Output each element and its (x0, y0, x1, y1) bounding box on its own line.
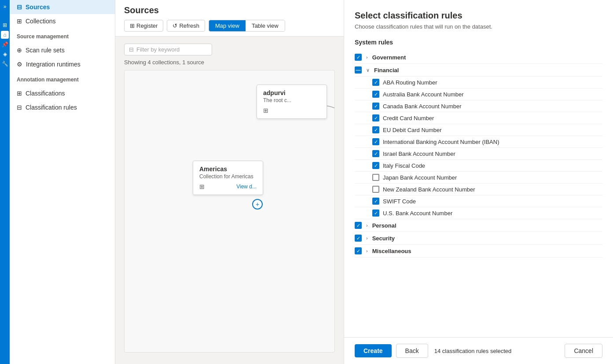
japan-checkbox[interactable] (372, 174, 379, 181)
annotation-management-header: Annotation management (10, 73, 115, 86)
filter-input-container[interactable]: ⊟ Filter by keyword (124, 44, 212, 55)
government-checkbox[interactable]: ✓ (355, 54, 362, 61)
italy-checkbox[interactable]: ✓ (372, 162, 379, 169)
sources-icon: ⊟ (17, 4, 22, 11)
eu-debit-checkbox[interactable]: ✓ (372, 126, 379, 133)
page-header: Sources ⊞ Register ↺ Refresh Map view Ta… (115, 0, 344, 37)
americas-card-footer: ⊞ View d... (199, 183, 257, 190)
canada-checkbox[interactable]: ✓ (372, 103, 379, 110)
scan-icon: ⊕ (17, 47, 22, 54)
table-view-button[interactable]: Table view (246, 20, 285, 31)
swift-row: ✓ SWIFT Code (355, 195, 602, 207)
americas-card: Americas Collection for Americas ⊞ View … (193, 161, 263, 195)
refresh-icon: ↺ (173, 22, 177, 29)
americas-card-subtitle: Collection for Americas (199, 173, 257, 180)
financial-chevron[interactable]: ∨ (365, 67, 371, 73)
refresh-label: Refresh (179, 22, 199, 29)
personal-chevron[interactable]: › (365, 223, 369, 228)
personal-checkbox[interactable]: ✓ (355, 222, 362, 229)
cancel-button[interactable]: Cancel (565, 344, 602, 358)
map-view-button[interactable]: Map view (209, 20, 246, 31)
main-content: Sources ⊞ Register ↺ Refresh Map view Ta… (115, 0, 344, 364)
cube-icon[interactable]: ◈ (1, 50, 9, 58)
us-bank-row: ✓ U.S. Bank Account Number (355, 207, 602, 219)
classifications-icon: ⊞ (17, 90, 22, 97)
miscellaneous-checkbox[interactable]: ✓ (355, 247, 362, 254)
iban-row: ✓ International Banking Account Number (… (355, 136, 602, 148)
government-chevron[interactable]: › (365, 55, 369, 60)
back-button[interactable]: Back (396, 344, 428, 358)
create-button[interactable]: Create (355, 344, 392, 357)
financial-checkbox[interactable]: — (355, 66, 362, 74)
expand-icon[interactable]: » (1, 3, 9, 11)
root-card: adpurvi The root c... ⊞ (257, 85, 327, 119)
root-card-title: adpurvi (263, 89, 320, 96)
financial-label: Financial (374, 67, 399, 74)
register-icon: ⊞ (130, 22, 135, 29)
page-title: Sources (124, 5, 335, 15)
swift-checkbox[interactable]: ✓ (372, 198, 379, 205)
sidebar-item-classifications-label: Classifications (26, 90, 65, 97)
filter-bar: ⊟ Filter by keyword (124, 44, 335, 55)
aba-checkbox[interactable]: ✓ (372, 79, 379, 86)
home-icon[interactable]: ⌂ (1, 31, 9, 39)
grid-icon[interactable]: ⊞ (1, 21, 9, 29)
security-row: ✓ › Security (355, 232, 602, 245)
eu-debit-row: ✓ EU Debit Card Number (355, 124, 602, 136)
pin-icon[interactable]: 📌 (1, 40, 9, 48)
americas-card-title: Americas (199, 165, 257, 173)
sidebar-item-sources[interactable]: ⊟ Sources (10, 0, 115, 14)
nz-checkbox[interactable] (372, 186, 379, 193)
israel-checkbox[interactable]: ✓ (372, 150, 379, 157)
americas-card-grid-icon: ⊞ (199, 183, 205, 190)
showing-text: Showing 4 collections, 1 source (124, 59, 335, 66)
australia-label: Australia Bank Account Number (383, 91, 464, 98)
iban-checkbox[interactable]: ✓ (372, 138, 379, 145)
map-canvas: adpurvi The root c... ⊞ Americas Collect… (124, 70, 335, 353)
panel-footer: Create Back 14 classification rules sele… (344, 337, 613, 364)
filter-icon: ⊟ (129, 46, 134, 53)
aba-label: ABA Routing Number (383, 79, 437, 86)
map-area: ⊟ Filter by keyword Showing 4 collection… (115, 37, 344, 364)
source-management-header: Source management (10, 30, 115, 43)
canada-row: ✓ Canada Bank Account Number (355, 100, 602, 112)
system-rules-label: System rules (355, 39, 602, 46)
security-checkbox[interactable]: ✓ (355, 235, 362, 242)
selected-count: 14 classification rules selected (434, 348, 512, 354)
sidebar-item-scan-rule-sets[interactable]: ⊕ Scan rule sets (10, 43, 115, 57)
eu-debit-label: EU Debit Card Number (383, 127, 442, 133)
sidebar-item-collections[interactable]: ⊞ Collections (10, 14, 115, 28)
credit-card-label: Credit Card Number (383, 115, 434, 121)
root-card-grid-icon: ⊞ (263, 107, 268, 114)
view-details-link[interactable]: View d... (236, 184, 257, 190)
root-card-footer: ⊞ (263, 107, 320, 114)
panel-body: Select classification rules Choose class… (344, 0, 613, 337)
view-toggle: Map view Table view (209, 20, 285, 32)
toolbar: ⊞ Register ↺ Refresh Map view Table view (124, 20, 335, 36)
refresh-button[interactable]: ↺ Refresh (167, 20, 205, 32)
sidebar-item-integration-runtimes[interactable]: ⚙ Integration runtimes (10, 57, 115, 71)
personal-row: ✓ › Personal (355, 219, 602, 232)
left-rail: » ⊞ ⌂ 📌 ◈ 🔧 (0, 0, 10, 364)
nz-row: New Zealand Bank Account Number (355, 184, 602, 195)
security-chevron[interactable]: › (365, 235, 369, 241)
us-bank-label: U.S. Bank Account Number (383, 210, 452, 217)
panel-title: Select classification rules (355, 11, 602, 21)
add-collection-button[interactable]: + (252, 199, 263, 210)
australia-checkbox[interactable]: ✓ (372, 91, 379, 98)
sidebar-item-classification-rules-label: Classification rules (26, 104, 77, 111)
register-button[interactable]: ⊞ Register (124, 20, 163, 32)
personal-label: Personal (372, 222, 396, 229)
japan-label: Japan Bank Account Number (383, 174, 457, 181)
sidebar-item-integration-label: Integration runtimes (26, 61, 81, 68)
security-label: Security (372, 235, 395, 242)
toolbox-icon[interactable]: 🔧 (1, 60, 9, 68)
italy-label: Italy Fiscal Code (383, 162, 425, 169)
credit-card-checkbox[interactable]: ✓ (372, 114, 379, 121)
us-bank-checkbox[interactable]: ✓ (372, 210, 379, 217)
miscellaneous-chevron[interactable]: › (365, 248, 369, 254)
collections-icon: ⊞ (17, 18, 22, 25)
israel-row: ✓ Israel Bank Account Number (355, 148, 602, 160)
sidebar-item-classification-rules[interactable]: ⊟ Classification rules (10, 100, 115, 114)
sidebar-item-classifications[interactable]: ⊞ Classifications (10, 86, 115, 100)
